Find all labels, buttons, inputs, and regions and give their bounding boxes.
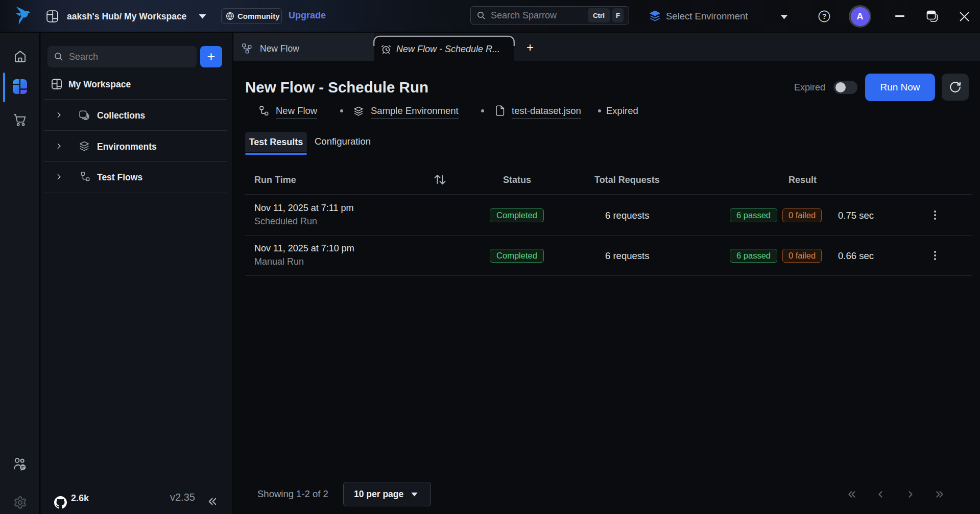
svg-text:?: ? xyxy=(822,12,827,20)
